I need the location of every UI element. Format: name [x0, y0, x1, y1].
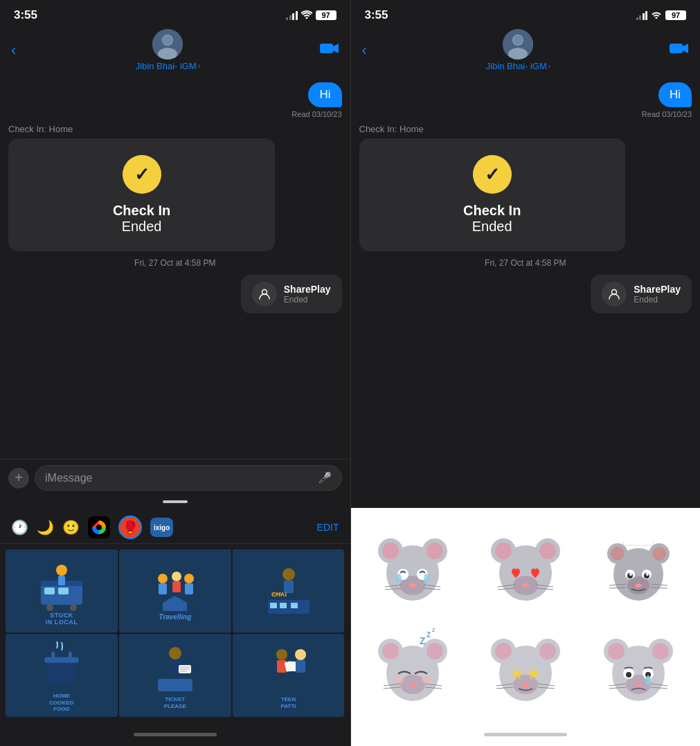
message-area-left: Hi Read 03/10/23 Check In: Home ✓ Check … [0, 77, 350, 459]
video-call-button-left[interactable] [320, 42, 339, 59]
ixigo-app-left[interactable]: ixigo [150, 518, 173, 537]
time-left: 3:55 [14, 8, 37, 22]
svg-rect-28 [291, 603, 298, 608]
wheel-app-left[interactable] [88, 516, 110, 538]
svg-point-20 [184, 574, 194, 583]
hi-bubble-row-right: Hi [359, 82, 692, 107]
svg-point-89 [611, 547, 625, 561]
svg-text:Z: Z [432, 628, 436, 633]
animoji-mouse-love[interactable] [472, 519, 579, 612]
battery-icon-right: 97 [665, 10, 686, 20]
msg-timestamp-right: Fri, 27 Oct at 4:58 PM [359, 258, 692, 268]
shareplay-icon-left [252, 282, 277, 307]
svg-rect-32 [44, 657, 79, 663]
avatar-right [503, 29, 533, 60]
status-icons-left: 97 [286, 10, 336, 21]
read-timestamp-left: Read 03/10/23 [8, 110, 342, 118]
animoji-mouse-sleep[interactable]: Z Z Z [359, 618, 467, 711]
sticker-teen-patti[interactable]: TEENPATTI [233, 634, 345, 717]
svg-rect-33 [51, 652, 55, 660]
video-call-button-right[interactable] [670, 42, 689, 59]
svg-point-16 [158, 574, 168, 583]
shareplay-bubble-right[interactable]: SharePlay Ended [591, 275, 692, 313]
contact-info-left[interactable]: Jibin Bhai- iGM › [136, 29, 200, 71]
svg-rect-17 [159, 583, 167, 594]
recent-emoji-btn-left[interactable]: 🕐 [11, 519, 28, 536]
svg-point-3 [163, 35, 172, 45]
moon-emoji-btn-left[interactable]: 🌙 [37, 519, 54, 536]
home-bar-right [484, 733, 567, 736]
svg-point-63 [396, 574, 402, 583]
svg-rect-15 [58, 576, 65, 585]
battery-icon-left: 97 [316, 10, 336, 20]
left-panel: 3:55 97 ‹ [0, 0, 350, 746]
svg-point-35 [169, 647, 181, 659]
svg-point-52 [513, 35, 523, 45]
read-timestamp-right: Read 03/10/23 [359, 110, 692, 118]
svg-marker-22 [163, 596, 187, 611]
svg-point-14 [56, 565, 67, 576]
animoji-grid: Z Z Z [359, 519, 692, 711]
checkin-card-right[interactable]: ✓ Check In Ended [359, 138, 625, 251]
svg-point-144 [645, 677, 650, 685]
svg-point-65 [409, 583, 416, 588]
message-input-left[interactable]: iMessage 🎤 [35, 465, 342, 491]
svg-text:Z: Z [420, 635, 426, 646]
sticker-chai[interactable]: CHAI CHAI [233, 549, 345, 633]
animoji-mouse-sad[interactable] [584, 618, 692, 711]
back-button-left[interactable]: ‹ [11, 42, 16, 60]
svg-point-142 [626, 672, 631, 677]
checkin-text-right: Check In Ended [463, 202, 521, 235]
svg-point-58 [382, 543, 399, 559]
svg-rect-26 [270, 603, 277, 608]
hi-bubble-left: Hi [308, 82, 341, 107]
svg-rect-53 [670, 44, 683, 53]
sticker-travelling[interactable]: Travelling [119, 549, 231, 633]
checkin-card-left[interactable]: ✓ Check In Ended [8, 138, 275, 251]
svg-rect-41 [158, 679, 192, 691]
contact-info-right[interactable]: Jibin Bhai- iGM › [486, 29, 550, 71]
svg-rect-4 [320, 44, 333, 53]
svg-point-109 [393, 677, 404, 684]
edit-button-left[interactable]: EDIT [317, 522, 339, 533]
home-indicator-left [0, 722, 350, 746]
back-button-right[interactable]: ‹ [362, 42, 367, 60]
svg-rect-10 [58, 588, 69, 594]
sticker-home-cooked-food[interactable]: HOMECOOKEDFOOD [6, 634, 118, 717]
emoji-toolbar-left: 🕐 🌙 🙂 🥊 ixigo E [0, 511, 350, 544]
sticker-ticket-please[interactable]: TICKETPLEASE [119, 634, 231, 717]
svg-point-59 [427, 543, 443, 559]
svg-point-7 [96, 525, 102, 530]
checkin-label-left: Check In: Home [8, 124, 342, 134]
boxing-app-left[interactable]: 🥊 [118, 516, 142, 539]
svg-point-23 [282, 568, 295, 581]
svg-point-122 [495, 643, 512, 659]
animoji-mouse-star[interactable] [472, 618, 579, 711]
checkin-label-right: Check In: Home [359, 124, 692, 134]
nav-bar-left: ‹ Jibin Bhai- iGM › [0, 26, 350, 77]
wifi-icon-left [301, 10, 312, 21]
nav-bar-right: ‹ Jibin Bhai- iGM › [351, 26, 701, 77]
animoji-mouse-chef[interactable] [584, 519, 692, 612]
svg-point-96 [629, 573, 632, 576]
msg-timestamp-left: Fri, 27 Oct at 4:58 PM [8, 258, 342, 268]
svg-point-97 [646, 573, 649, 576]
smiley-emoji-btn-left[interactable]: 🙂 [62, 519, 80, 536]
home-indicator-right [351, 722, 701, 746]
svg-point-138 [652, 643, 669, 659]
svg-text:CHAI: CHAI [273, 592, 283, 596]
shareplay-icon-right [602, 282, 627, 307]
hi-bubble-row-left: Hi [8, 82, 342, 107]
shareplay-text-right: SharePlay Ended [634, 284, 681, 304]
status-icons-right: 97 [636, 9, 687, 21]
shareplay-bubble-left[interactable]: SharePlay Ended [241, 275, 342, 313]
sticker-stuck-in-local[interactable]: STUCKIN LOCAL [6, 549, 118, 633]
svg-point-106 [382, 643, 399, 659]
animoji-mouse-cry[interactable] [359, 519, 467, 612]
svg-point-90 [652, 547, 666, 561]
svg-point-73 [495, 543, 512, 559]
contact-name-left: Jibin Bhai- iGM › [136, 61, 200, 71]
add-button-left[interactable]: + [8, 468, 29, 489]
svg-point-64 [424, 574, 429, 583]
svg-rect-27 [280, 603, 287, 608]
